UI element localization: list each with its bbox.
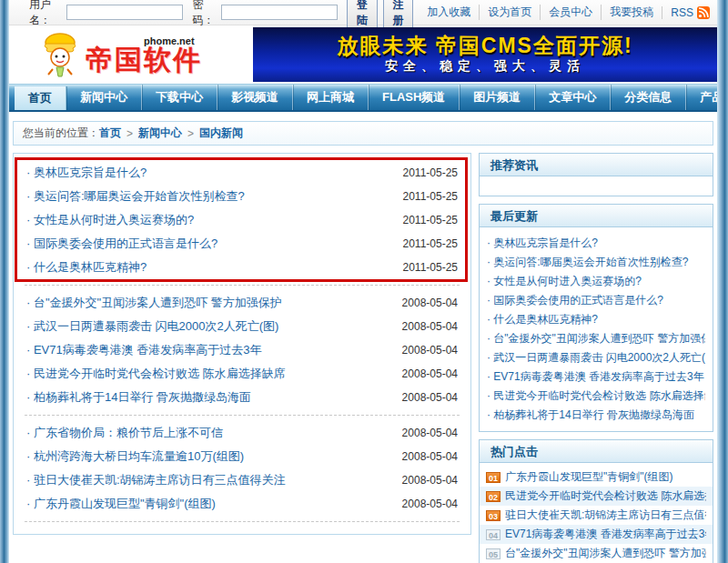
news-link[interactable]: 奥运问答:哪届奥运会开始首次性别检查? bbox=[26, 188, 396, 205]
news-row: 杭州湾跨海大桥日均车流量逾10万(组图) 2008-05-04 bbox=[17, 445, 467, 468]
breadcrumb-domestic-news[interactable]: 国内新闻 bbox=[199, 126, 243, 141]
news-date: 2008-05-04 bbox=[402, 427, 458, 439]
news-link[interactable]: 民进党今开临时党代会检讨败选 陈水扁选择缺席 bbox=[26, 366, 395, 382]
rank-badge: 01 bbox=[486, 472, 500, 483]
news-link[interactable]: 什么是奥林匹克精神? bbox=[26, 259, 396, 276]
breadcrumb-home[interactable]: 首页 bbox=[99, 126, 121, 141]
rank-badge: 02 bbox=[486, 491, 500, 502]
latest-link[interactable]: 台"金援外交"丑闻涉案人遭到恐吓 警方加强保护 bbox=[487, 329, 705, 348]
news-row: 奥运问答:哪届奥运会开始首次性别检查? 2011-05-25 bbox=[17, 185, 467, 208]
latest-link[interactable]: 武汉一日两遭暴雨袭击 闪电2000次2人死亡(图) bbox=[487, 348, 705, 367]
site-logo[interactable]: phome.net 帝国软件 bbox=[9, 28, 253, 81]
hot-clicks-list: 01 广东丹霞山发现巨型"青铜剑"(组图) 02 民进党今开临时党代会检讨败选 … bbox=[480, 463, 713, 563]
rank-badge: 03 bbox=[486, 510, 500, 521]
breadcrumb-news-center[interactable]: 新闻中心 bbox=[138, 126, 182, 141]
ad-banner[interactable]: 放眼未来 帝国CMS全面开源! 安全、稳定、强大、灵活 bbox=[253, 27, 717, 82]
breadcrumb-separator: > bbox=[187, 127, 194, 140]
news-link[interactable]: 奥林匹克宗旨是什么? bbox=[26, 165, 396, 181]
hot-clicks-header: 热门点击 bbox=[480, 440, 713, 463]
news-date: 2008-05-04 bbox=[402, 498, 458, 510]
news-link[interactable]: 武汉一日两遭暴雨袭击 闪电2000次2人死亡(图) bbox=[26, 318, 395, 335]
link-member-center[interactable]: 会员中心 bbox=[540, 5, 601, 20]
news-row: 女性是从何时进入奥运赛场的? 2011-05-25 bbox=[17, 208, 467, 232]
news-date: 2008-05-04 bbox=[402, 344, 458, 357]
news-link[interactable]: EV71病毒袭粤港澳 香港发病率高于过去3年 bbox=[26, 342, 395, 358]
news-row: 国际奥委会使用的正式语言是什么? 2011-05-25 bbox=[17, 232, 467, 256]
latest-link[interactable]: 民进党今开临时党代会检讨败选 陈水扁选择缺席 bbox=[487, 387, 705, 406]
link-set-homepage[interactable]: 设为首页 bbox=[479, 5, 540, 20]
latest-link[interactable]: EV71病毒袭粤港澳 香港发病率高于过去3年 bbox=[487, 367, 705, 387]
topbar-links: 加入收藏 设为首页 会员中心 我要投稿 RSS bbox=[419, 5, 710, 20]
news-row: EV71病毒袭粤港澳 香港发病率高于过去3年 2008-05-04 bbox=[17, 338, 467, 362]
news-row: 驻日大使崔天凯:胡锦涛主席访日有三点值得关注 2008-05-04 bbox=[17, 468, 467, 492]
news-date: 2011-05-25 bbox=[403, 190, 459, 203]
nav-item-shop[interactable]: 网上商城 bbox=[293, 85, 369, 110]
hot-link[interactable]: 驻日大使崔天凯:胡锦涛主席访日有三点值得关 bbox=[505, 508, 706, 523]
register-button[interactable]: 注册 bbox=[383, 0, 414, 30]
right-decor-strip bbox=[717, 0, 728, 563]
login-button[interactable]: 登陆 bbox=[347, 0, 378, 30]
news-link[interactable]: 女性是从何时进入奥运赛场的? bbox=[26, 212, 396, 228]
rss-link[interactable]: RSS bbox=[662, 6, 710, 19]
nav-item-home[interactable]: 首页 bbox=[15, 86, 66, 110]
nav-item-classified[interactable]: 分类信息 bbox=[611, 85, 686, 110]
logo-text: phome.net 帝国软件 bbox=[86, 36, 202, 74]
rss-icon[interactable] bbox=[697, 6, 710, 19]
recommend-empty-body bbox=[480, 176, 713, 196]
nav-item-news[interactable]: 新闻中心 bbox=[66, 85, 142, 110]
latest-update-list: 奥林匹克宗旨是什么? 奥运问答:哪届奥运会开始首次性别检查? 女性是从何时进入奥… bbox=[480, 227, 713, 431]
news-row: 什么是奥林匹克精神? 2011-05-25 bbox=[17, 256, 467, 279]
breadcrumb-separator: > bbox=[126, 127, 133, 140]
link-add-favorite[interactable]: 加入收藏 bbox=[419, 5, 479, 20]
hot-link[interactable]: 广东丹霞山发现巨型"青铜剑"(组图) bbox=[505, 469, 673, 485]
news-date: 2011-05-25 bbox=[403, 166, 459, 179]
latest-link[interactable]: 奥运问答:哪届奥运会开始首次性别检查? bbox=[487, 253, 705, 272]
breadcrumb-prefix: 您当前的位置： bbox=[23, 126, 99, 141]
latest-link[interactable]: 国际奥委会使用的正式语言是什么? bbox=[487, 291, 705, 310]
nav-item-flash[interactable]: FLASH频道 bbox=[369, 85, 460, 110]
logo-name: 帝国软件 bbox=[86, 46, 202, 74]
dashed-divider bbox=[25, 285, 460, 286]
news-row: 奥林匹克宗旨是什么? 2011-05-25 bbox=[17, 161, 467, 185]
hot-link[interactable]: 民进党今开临时党代会检讨败选 陈水扁选择缺 bbox=[505, 488, 706, 504]
recommend-box: 推荐资讯 bbox=[479, 153, 713, 196]
latest-link[interactable]: 女性是从何时进入奥运赛场的? bbox=[487, 272, 705, 291]
news-link[interactable]: 驻日大使崔天凯:胡锦涛主席访日有三点值得关注 bbox=[26, 472, 395, 488]
nav-item-video[interactable]: 影视频道 bbox=[217, 85, 293, 110]
rss-label: RSS bbox=[671, 6, 693, 19]
news-link[interactable]: 广东省物价局：粮价节后上涨不可信 bbox=[26, 425, 395, 441]
banner-title: 放眼未来 帝国CMS全面开源! bbox=[337, 35, 632, 57]
news-link[interactable]: 国际奥委会使用的正式语言是什么? bbox=[26, 236, 396, 252]
news-link[interactable]: 杭州湾跨海大桥日均车流量逾10万(组图) bbox=[26, 448, 395, 465]
page: 用户名： 密码： 登陆 注册 加入收藏 设为首页 会员中心 我要投稿 RSS bbox=[9, 0, 717, 563]
mascot-icon bbox=[35, 28, 86, 81]
hot-row: 02 民进党今开临时党代会检讨败选 陈水扁选择缺 bbox=[480, 487, 713, 506]
rank-badge: 04 bbox=[486, 529, 500, 540]
news-date: 2008-05-04 bbox=[402, 320, 458, 333]
hot-link[interactable]: EV71病毒袭粤港澳 香港发病率高于过去3年 bbox=[505, 527, 706, 542]
news-link[interactable]: 台"金援外交"丑闻涉案人遭到恐吓 警方加强保护 bbox=[26, 295, 395, 311]
news-link[interactable]: 柏杨葬礼将于14日举行 骨灰抛撒绿岛海面 bbox=[26, 389, 395, 406]
top-login-bar: 用户名： 密码： 登陆 注册 加入收藏 设为首页 会员中心 我要投稿 RSS bbox=[9, 0, 717, 25]
dashed-divider bbox=[25, 521, 460, 522]
latest-link[interactable]: 奥林匹克宗旨是什么? bbox=[487, 234, 705, 253]
news-row: 广东省物价局：粮价节后上涨不可信 2008-05-04 bbox=[17, 421, 467, 445]
link-submit-article[interactable]: 我要投稿 bbox=[601, 5, 662, 20]
latest-link[interactable]: 柏杨葬礼将于14日举行 骨灰抛撒绿岛海面 bbox=[487, 406, 705, 425]
nav-item-article[interactable]: 文章中心 bbox=[535, 85, 611, 110]
news-date: 2011-05-25 bbox=[403, 214, 459, 226]
nav-item-photo[interactable]: 图片频道 bbox=[460, 85, 535, 110]
password-input[interactable] bbox=[221, 5, 338, 20]
hot-link[interactable]: 台"金援外交"丑闻涉案人遭到恐吓 警方加强 bbox=[505, 546, 706, 561]
news-date: 2008-05-04 bbox=[402, 367, 458, 380]
site-header: phome.net 帝国软件 放眼未来 帝国CMS全面开源! 安全、稳定、强大、… bbox=[9, 25, 717, 84]
nav-item-download[interactable]: 下载中心 bbox=[142, 85, 217, 110]
news-list-box: 奥林匹克宗旨是什么? 2011-05-25 奥运问答:哪届奥运会开始首次性别检查… bbox=[13, 153, 471, 535]
rank-badge: 05 bbox=[486, 548, 500, 559]
left-decor-strip bbox=[0, 0, 9, 563]
username-input[interactable] bbox=[66, 5, 183, 20]
news-date: 2008-05-04 bbox=[402, 297, 458, 309]
news-link[interactable]: 广东丹霞山发现巨型"青铜剑"(组图) bbox=[26, 496, 395, 512]
news-date: 2008-05-04 bbox=[402, 391, 458, 404]
latest-link[interactable]: 什么是奥林匹克精神? bbox=[487, 310, 705, 329]
